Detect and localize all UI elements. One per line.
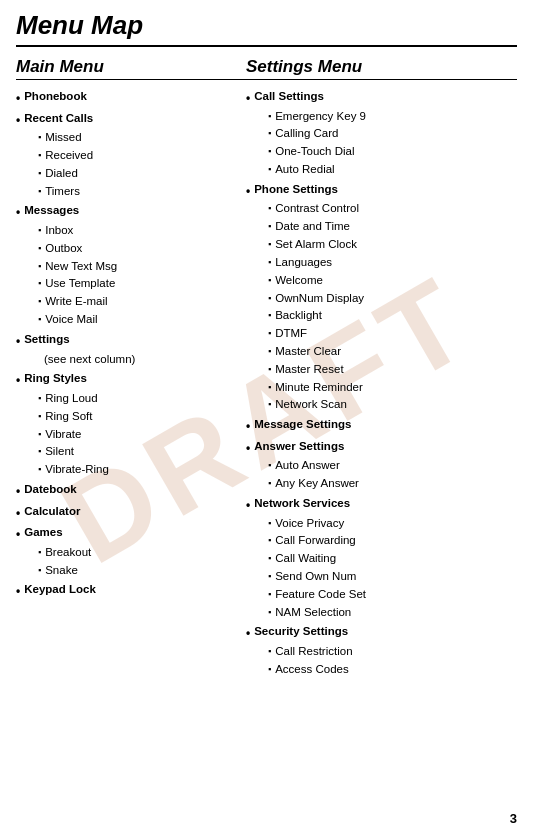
menu-item-label: Dialed <box>45 165 78 183</box>
list-item: • Network Services <box>246 495 517 515</box>
sub-bullet-icon: ▪ <box>268 570 271 584</box>
main-menu-list: • Phonebook • Recent Calls ▪ Missed ▪ Re… <box>16 88 246 601</box>
sub-bullet-icon: ▪ <box>38 242 41 256</box>
menu-item-label: Missed <box>45 129 81 147</box>
bullet-icon: • <box>246 417 250 436</box>
menu-item-label: Use Template <box>45 275 115 293</box>
menu-item-label: Inbox <box>45 222 73 240</box>
menu-item-label: Network Services <box>254 495 350 513</box>
menu-item-label: Network Scan <box>275 396 347 414</box>
menu-item-label: Ring Styles <box>24 370 87 388</box>
list-item: ▪ Use Template <box>16 275 246 293</box>
bullet-icon: • <box>16 332 20 351</box>
menu-item-label: Any Key Answer <box>275 475 359 493</box>
sub-bullet-icon: ▪ <box>38 185 41 199</box>
menu-item-label: Access Codes <box>275 661 349 679</box>
list-item: ▪ Call Forwarding <box>246 532 517 550</box>
bullet-icon: • <box>16 525 20 544</box>
menu-item-label: Write E-mail <box>45 293 107 311</box>
list-item: ▪ Access Codes <box>246 661 517 679</box>
bullet-icon: • <box>246 439 250 458</box>
sub-bullet-icon: ▪ <box>268 552 271 566</box>
menu-item-label: DTMF <box>275 325 307 343</box>
menu-item-label: Calculator <box>24 503 80 521</box>
list-item: ▪ Inbox <box>16 222 246 240</box>
list-item: ▪ Calling Card <box>246 125 517 143</box>
menu-item-label: Call Waiting <box>275 550 336 568</box>
sub-bullet-icon: ▪ <box>38 445 41 459</box>
bullet-icon: • <box>246 182 250 201</box>
menu-item-label: Feature Code Set <box>275 586 366 604</box>
sub-bullet-icon: ▪ <box>38 295 41 309</box>
menu-item-label: Emergency Key 9 <box>275 108 366 126</box>
sub-bullet-icon: ▪ <box>268 517 271 531</box>
menu-item-label: Voice Privacy <box>275 515 344 533</box>
main-menu-column: Main Menu • Phonebook • Recent Calls ▪ M… <box>16 57 246 679</box>
list-item: • Settings <box>16 331 246 351</box>
list-item: • Phone Settings <box>246 181 517 201</box>
list-item: ▪ Emergency Key 9 <box>246 108 517 126</box>
sub-bullet-icon: ▪ <box>38 224 41 238</box>
list-item: • Ring Styles <box>16 370 246 390</box>
list-item: ▪ Vibrate-Ring <box>16 461 246 479</box>
list-item: ▪ Voice Privacy <box>246 515 517 533</box>
settings-menu-column: Settings Menu • Call Settings ▪ Emergenc… <box>246 57 517 679</box>
menu-item-label: Vibrate-Ring <box>45 461 109 479</box>
menu-item-label: Outbox <box>45 240 82 258</box>
sub-bullet-icon: ▪ <box>268 363 271 377</box>
menu-item-label: New Text Msg <box>45 258 117 276</box>
list-item: ▪ Missed <box>16 129 246 147</box>
sub-bullet-icon: ▪ <box>268 398 271 412</box>
sub-bullet-icon: ▪ <box>268 345 271 359</box>
list-item: ▪ Outbox <box>16 240 246 258</box>
list-item: ▪ Master Clear <box>246 343 517 361</box>
sub-bullet-icon: ▪ <box>38 410 41 424</box>
sub-bullet-icon: ▪ <box>268 163 271 177</box>
list-item: • Phonebook <box>16 88 246 108</box>
list-item: • Messages <box>16 202 246 222</box>
list-item: ▪ Auto Answer <box>246 457 517 475</box>
menu-item-label: Received <box>45 147 93 165</box>
menu-item-label: Master Reset <box>275 361 343 379</box>
sub-bullet-icon: ▪ <box>268 588 271 602</box>
sub-bullet-icon: ▪ <box>38 546 41 560</box>
sub-bullet-icon: ▪ <box>268 238 271 252</box>
menu-item-label: Settings <box>24 331 69 349</box>
list-item: (see next column) <box>16 351 246 369</box>
list-item: ▪ Vibrate <box>16 426 246 444</box>
bullet-icon: • <box>16 582 20 601</box>
list-item: ▪ Voice Mail <box>16 311 246 329</box>
bullet-icon: • <box>16 371 20 390</box>
sub-bullet-icon: ▪ <box>38 392 41 406</box>
sub-bullet-icon: ▪ <box>38 260 41 274</box>
menu-item-label: Vibrate <box>45 426 81 444</box>
menu-item-label: Phonebook <box>24 88 87 106</box>
settings-menu-heading: Settings Menu <box>246 57 517 80</box>
menu-item-label: Call Restriction <box>275 643 352 661</box>
list-item: • Call Settings <box>246 88 517 108</box>
menu-item-label: Timers <box>45 183 80 201</box>
list-item: ▪ Breakout <box>16 544 246 562</box>
menu-item-label: Voice Mail <box>45 311 97 329</box>
sub-bullet-icon: ▪ <box>268 220 271 234</box>
bullet-icon: • <box>16 89 20 108</box>
list-item: ▪ Call Restriction <box>246 643 517 661</box>
menu-item-label: Auto Redial <box>275 161 334 179</box>
sub-bullet-icon: ▪ <box>38 277 41 291</box>
menu-item-label: NAM Selection <box>275 604 351 622</box>
menu-item-label: Keypad Lock <box>24 581 96 599</box>
list-item: • Recent Calls <box>16 110 246 130</box>
menu-item-label: Calling Card <box>275 125 338 143</box>
list-item: ▪ Auto Redial <box>246 161 517 179</box>
sub-bullet-icon: ▪ <box>268 381 271 395</box>
list-item: ▪ Backlight <box>246 307 517 325</box>
list-item: ▪ Languages <box>246 254 517 272</box>
list-item: ▪ Minute Reminder <box>246 379 517 397</box>
sub-bullet-icon: ▪ <box>38 131 41 145</box>
list-item: ▪ Welcome <box>246 272 517 290</box>
menu-item-label: Datebook <box>24 481 76 499</box>
menu-item-label: Games <box>24 524 62 542</box>
sub-bullet-icon: ▪ <box>268 202 271 216</box>
list-item: ▪ Send Own Num <box>246 568 517 586</box>
menu-item-label: One-Touch Dial <box>275 143 354 161</box>
